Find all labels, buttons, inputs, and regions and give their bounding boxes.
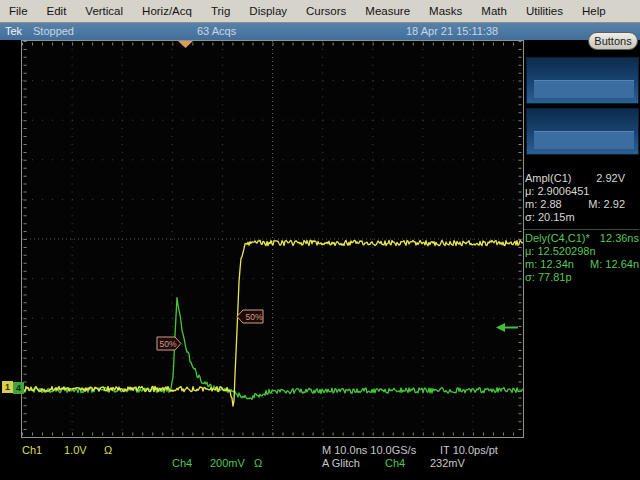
ch1-coupling-readout: Ω <box>104 444 112 456</box>
sampling-readout: IT 10.0ps/pt <box>440 444 498 456</box>
menu-horiz-acq[interactable]: Horiz/Acq <box>142 5 192 17</box>
meas1-sd: σ: 20.15m <box>525 211 575 223</box>
status-bar: Tek Stopped 63 Acqs 18 Apr 21 15:11:38 <box>0 23 640 40</box>
meas1-value: 2.92V <box>596 172 625 185</box>
meas2-value: 12.36ns <box>600 232 639 245</box>
ch4-coupling-readout: Ω <box>254 457 262 469</box>
waveform-display: 50%50% <box>22 41 523 437</box>
menu-vertical[interactable]: Vertical <box>85 5 123 17</box>
acquisition-count: 63 Acqs <box>197 25 236 37</box>
ch4-position-marker[interactable]: 4 <box>13 382 24 394</box>
measurement-ampl-c1: Ampl(C1) 2.92V μ: 2.9006451 m: 2.88 M: 2… <box>525 172 639 224</box>
svg-text:50%: 50% <box>246 312 263 322</box>
meas2-mean: μ: 12.520298n <box>525 245 596 257</box>
ch1-readout-label[interactable]: Ch1 <box>22 444 42 456</box>
ch1-position-marker[interactable]: 1 <box>2 381 13 393</box>
side-touch-button-2[interactable] <box>526 108 639 155</box>
menu-measure[interactable]: Measure <box>365 5 410 17</box>
meas2-name: Dely(C4,C1)* <box>525 232 590 245</box>
ch1-scale-readout: 1.0V <box>64 444 87 456</box>
meas2-max: M: 12.64n <box>590 258 639 271</box>
menu-file[interactable]: File <box>9 5 28 17</box>
buttons-button[interactable]: Buttons <box>588 32 638 50</box>
datetime-readout: 18 Apr 21 15:11:38 <box>406 25 498 37</box>
measurement-dely-c4c1: Dely(C4,C1)* 12.36ns μ: 12.520298n m: 12… <box>525 232 639 284</box>
meas1-mean: μ: 2.9006451 <box>525 185 589 197</box>
ch4-readout-label[interactable]: Ch4 <box>172 457 192 469</box>
acquisition-state: Stopped <box>33 25 74 37</box>
trigger-mode-readout: A Glitch <box>322 457 360 469</box>
measurement-separator <box>524 229 639 230</box>
timebase-readout: M 10.0ns 10.0GS/s <box>322 444 416 456</box>
menu-masks[interactable]: Masks <box>429 5 462 17</box>
meas2-sd: σ: 77.81p <box>525 271 572 283</box>
side-touch-button-1-label-area <box>534 80 634 98</box>
side-touch-button-1[interactable] <box>526 57 639 104</box>
ch4-scale-readout: 200mV <box>210 457 245 469</box>
oscilloscope-screen: File Edit Vertical Horiz/Acq Trig Displa… <box>0 0 640 480</box>
menu-cursors[interactable]: Cursors <box>306 5 346 17</box>
menu-trig[interactable]: Trig <box>211 5 230 17</box>
menu-display[interactable]: Display <box>249 5 287 17</box>
menu-edit[interactable]: Edit <box>47 5 67 17</box>
trigger-level-readout: 232mV <box>430 457 465 469</box>
menu-utilities[interactable]: Utilities <box>526 5 563 17</box>
meas2-min: m: 12.34n <box>525 258 574 271</box>
side-touch-button-2-label-area <box>534 131 634 149</box>
menu-bar: File Edit Vertical Horiz/Acq Trig Displa… <box>0 0 640 23</box>
trigger-source-readout: Ch4 <box>385 457 405 469</box>
svg-text:50%: 50% <box>160 339 177 349</box>
brand-logo: Tek <box>5 25 22 37</box>
menu-math[interactable]: Math <box>481 5 507 17</box>
meas1-max: M: 2.92 <box>588 198 625 211</box>
meas1-min: m: 2.88 <box>525 198 562 211</box>
menu-help[interactable]: Help <box>582 5 606 17</box>
meas1-name: Ampl(C1) <box>525 172 571 185</box>
